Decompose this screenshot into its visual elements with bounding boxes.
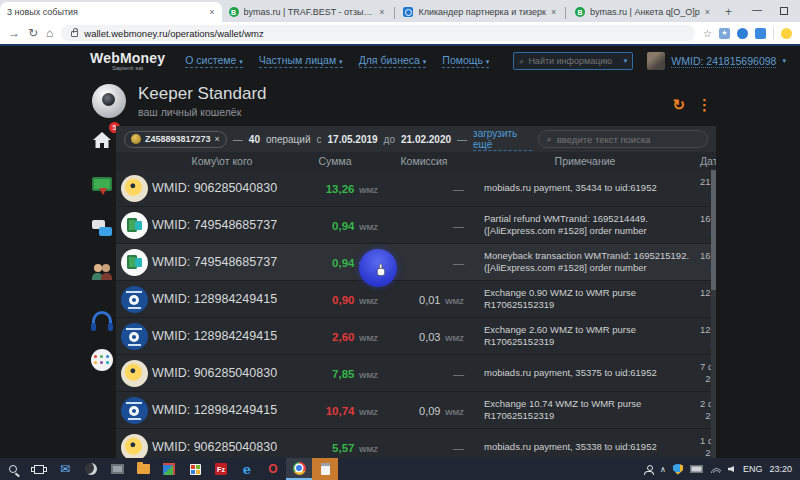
tab-bymas-traf[interactable]: B bymas.ru | TRAF.BEST - отзывы ×: [222, 2, 392, 22]
taskbar-filezilla[interactable]: Fz: [208, 458, 234, 480]
sidebar-item-support[interactable]: [90, 304, 114, 328]
table-row[interactable]: WMID: 128984249415 2,60 WMZ 0,03 WMZ Exc…: [116, 318, 716, 355]
tab-favicon: B: [229, 7, 239, 17]
operations-count: 40: [249, 134, 260, 145]
row-amount[interactable]: 7,85 WMZ: [292, 364, 378, 382]
search-icon: ⌕: [547, 134, 552, 145]
tab-title: bymas.ru | Анкета q[O_O]p: [590, 7, 700, 17]
new-tab-button[interactable]: +: [717, 5, 740, 22]
sender-avatar: [121, 323, 148, 350]
sidebar-item-contacts[interactable]: [90, 260, 114, 284]
filter-bar: Z458893817273 × — 40 операций с 17.05.20…: [116, 126, 716, 152]
operations-search-input[interactable]: [557, 134, 699, 145]
minimize-button[interactable]: —: [752, 4, 762, 15]
row-amount[interactable]: 5,57 WMZ: [292, 438, 378, 456]
taskbar-dark-app[interactable]: [78, 458, 104, 480]
nav-business[interactable]: Для бизнеса ▾: [359, 54, 427, 68]
defender-shield-icon[interactable]: [673, 464, 683, 475]
user-menu[interactable]: WMID: 241815696098 ▾: [647, 52, 786, 70]
taskbar-edge[interactable]: e: [234, 458, 260, 480]
row-amount[interactable]: 2,60 WMZ: [292, 327, 378, 345]
nav-about-system[interactable]: О системе ▾: [185, 54, 242, 68]
tab-close-icon[interactable]: ×: [379, 7, 384, 17]
extension-icon[interactable]: [737, 28, 748, 39]
system-tray: ∧ ENG 23:20: [644, 464, 800, 475]
home-button[interactable]: ⌂: [46, 26, 53, 40]
kebab-menu-icon[interactable]: ⋮: [697, 96, 712, 114]
row-commission: 0,01 WMZ: [378, 290, 470, 308]
sidebar-item-messages[interactable]: [90, 216, 114, 240]
refresh-icon[interactable]: ↻: [672, 96, 685, 114]
tab-close-icon[interactable]: ×: [705, 7, 710, 17]
taskbar-photos-app[interactable]: [156, 458, 182, 480]
tab-close-icon[interactable]: ×: [551, 7, 556, 17]
row-amount[interactable]: 0,90 WMZ: [292, 290, 378, 308]
sidebar-item-apps[interactable]: [90, 348, 114, 372]
table-row[interactable]: WMID: 128984249415 0,90 WMZ 0,01 WMZ Exc…: [116, 281, 716, 318]
people-tray-icon[interactable]: [644, 465, 653, 474]
taskbar-monitor-app[interactable]: [104, 458, 130, 480]
currency-label: WMZ: [445, 334, 464, 343]
taskbar-search-button[interactable]: [0, 458, 26, 480]
load-more-link[interactable]: загрузить ещё: [473, 128, 532, 151]
table-scrollbar[interactable]: [711, 170, 716, 458]
tab-close-icon[interactable]: ×: [209, 7, 214, 17]
row-amount[interactable]: 13,26 WMZ: [292, 179, 378, 197]
table-row[interactable]: WMID: 128984249415 10,74 WMZ 0,09 WMZ Ex…: [116, 392, 716, 429]
bookmark-star-icon[interactable]: ☆: [703, 28, 712, 39]
restore-button[interactable]: [780, 7, 788, 15]
reload-button[interactable]: ↻: [28, 26, 38, 40]
extension-smiley-icon[interactable]: [781, 28, 792, 39]
sidebar-item-topup[interactable]: [90, 172, 114, 196]
clock[interactable]: 23:20: [769, 464, 792, 474]
nav-individuals[interactable]: Частным лицам ▾: [259, 54, 343, 68]
site-search-box[interactable]: ⌕ ▾: [513, 52, 633, 70]
speaker-icon[interactable]: [728, 466, 734, 472]
user-wmid[interactable]: WMID: 241815696098: [671, 55, 776, 68]
row-amount[interactable]: 0,94 WMZ: [292, 216, 378, 234]
table-row[interactable]: WMID: 906285040830 13,26 WMZ — mobiads.r…: [116, 170, 716, 207]
tab-events[interactable]: 3 новых события ×: [0, 2, 222, 22]
nav-help[interactable]: Помощь ▾: [442, 54, 489, 68]
extension-icon[interactable]: ★: [719, 28, 730, 39]
taskbar-file-explorer[interactable]: [130, 458, 156, 480]
tab-klikander[interactable]: Кликандер партнерка и тизерк ×: [396, 2, 563, 22]
summary-dash: —: [233, 134, 243, 145]
chat-icon: [92, 220, 112, 236]
site-search-input[interactable]: [528, 56, 619, 66]
keyboard-icon[interactable]: [690, 465, 703, 473]
language-indicator[interactable]: ENG: [743, 464, 763, 474]
tray-expand-icon[interactable]: ∧: [660, 465, 666, 474]
webmoney-logo[interactable]: WebMoney Sapienti sat: [90, 51, 165, 71]
extension-icon[interactable]: [755, 28, 766, 39]
edge-icon: e: [243, 462, 251, 477]
user-avatar: [647, 52, 665, 70]
chevron-down-icon[interactable]: ▾: [782, 57, 786, 65]
keeper-header: Keeper Standard ваш личный кошелёк: [92, 84, 267, 118]
chip-close-icon[interactable]: ×: [215, 134, 220, 144]
forward-button[interactable]: →: [8, 26, 20, 40]
table-row[interactable]: WMID: 749548685737 0,94 WMZ — Moneyback …: [116, 244, 716, 281]
table-row[interactable]: WMID: 749548685737 0,94 WMZ — Partial re…: [116, 207, 716, 244]
chevron-down-icon[interactable]: ▾: [624, 57, 628, 65]
url-box[interactable]: wallet.webmoney.ru/operations/wallet/wmz: [61, 25, 695, 41]
scrollbar-thumb[interactable]: [711, 170, 716, 290]
row-amount[interactable]: 10,74 WMZ: [292, 401, 378, 419]
task-view-button[interactable]: [26, 458, 52, 480]
tab-favicon: [403, 7, 413, 17]
operations-search-box[interactable]: ⌕: [538, 130, 708, 148]
table-row[interactable]: WMID: 906285040830 7,85 WMZ — mobiads.ru…: [116, 355, 716, 392]
row-wmid: WMID: 128984249415: [152, 403, 292, 417]
wallet-filter-chip[interactable]: Z458893817273 ×: [124, 131, 227, 148]
taskbar-mail[interactable]: ✉: [52, 458, 78, 480]
taskbar-calculator[interactable]: [312, 458, 338, 480]
row-wmid: WMID: 906285040830: [152, 181, 292, 195]
table-row[interactable]: WMID: 906285040830 5,57 WMZ — mobiads.ru…: [116, 429, 716, 458]
col-amount: Сумма: [292, 155, 378, 167]
wifi-icon[interactable]: [710, 465, 721, 473]
taskbar-opera[interactable]: O: [260, 458, 286, 480]
taskbar-store[interactable]: [182, 458, 208, 480]
sidebar-item-home[interactable]: 5: [90, 128, 114, 152]
taskbar-chrome[interactable]: [286, 458, 312, 480]
tab-bymas-anketa[interactable]: B bymas.ru | Анкета q[O_O]p ×: [568, 2, 717, 22]
